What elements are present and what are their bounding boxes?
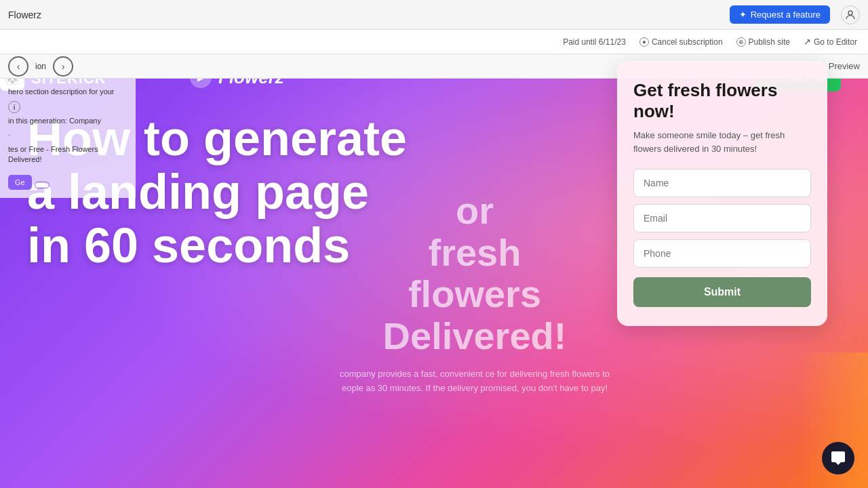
- form-description: Make someone smile today – get fresh flo…: [633, 129, 811, 155]
- form-title: Get fresh flowers now!: [633, 80, 811, 122]
- bg-heading-4: Delivered!: [339, 315, 610, 357]
- email-input[interactable]: [633, 204, 811, 232]
- editor-label: Go to Editor: [814, 37, 857, 47]
- request-icon: ✦: [739, 9, 747, 20]
- paid-status: Paid until 6/11/23: [563, 37, 626, 47]
- go-to-editor-item[interactable]: ↗ Go to Editor: [804, 37, 857, 47]
- name-input[interactable]: [633, 169, 811, 197]
- panel-line-4: tes or Free - Fresh Flowers Delivered!: [8, 144, 127, 165]
- paid-label: Paid until 6/11/23: [563, 37, 626, 47]
- app-bar-brand: Flowerz: [8, 9, 41, 20]
- cancel-subscription-item[interactable]: ● Cancel subscription: [639, 37, 723, 47]
- secondary-button[interactable]: [35, 182, 50, 188]
- app-brand-name: Flowerz: [8, 9, 41, 20]
- generate-button[interactable]: Ge: [8, 175, 32, 190]
- request-feature-button[interactable]: ✦ Request a feature: [730, 5, 830, 24]
- editor-icon: ↗: [804, 37, 811, 47]
- panel-line-2: in this generation: Company: [8, 116, 127, 126]
- app-bar: Flowerz ✦ Request a feature: [0, 0, 868, 30]
- cancel-label: Cancel subscription: [652, 37, 723, 47]
- publish-label: Publish site: [749, 37, 790, 47]
- bg-body: company provides a fast, convenient ce f…: [339, 367, 610, 396]
- app-bar-right: ✦ Request a feature: [730, 5, 860, 24]
- panel-line-3: ·: [8, 131, 127, 140]
- publish-bar: Paid until 6/11/23 ● Cancel subscription…: [0, 30, 868, 54]
- preview-button[interactable]: Preview: [829, 61, 860, 71]
- back-arrow[interactable]: ‹: [8, 56, 28, 77]
- forward-arrow[interactable]: ›: [53, 56, 73, 77]
- cancel-icon: ●: [639, 37, 649, 47]
- publish-icon: ⊕: [736, 37, 746, 47]
- submit-button[interactable]: Submit: [633, 277, 811, 307]
- form-card: Get fresh flowers now! Make someone smil…: [617, 61, 827, 326]
- left-panel: hero section description for your i in t…: [0, 79, 136, 198]
- phone-input[interactable]: [633, 239, 811, 268]
- section-label: ion: [35, 62, 46, 71]
- chat-bubble[interactable]: [822, 442, 854, 474]
- info-button[interactable]: i: [8, 101, 20, 113]
- publish-site-item[interactable]: ⊕ Publish site: [736, 37, 790, 47]
- user-avatar[interactable]: [841, 5, 860, 24]
- panel-line-1: hero section description for your: [8, 87, 127, 97]
- svg-point-0: [848, 11, 852, 15]
- bg-heading-3: flowers: [339, 273, 610, 315]
